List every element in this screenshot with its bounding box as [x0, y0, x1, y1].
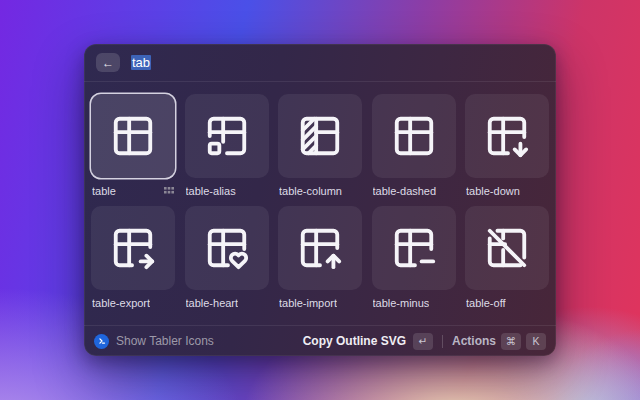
icon-label: table-heart: [186, 297, 239, 309]
search-bar[interactable]: ← tab: [84, 44, 556, 82]
icon-cell[interactable]: [465, 206, 549, 290]
table-export-icon: [110, 225, 156, 271]
icon-result-table-alias[interactable]: table-alias: [185, 94, 269, 198]
footer-bar: Show Tabler Icons Copy Outline SVG ↵ Act…: [84, 325, 556, 356]
icon-result-table-import[interactable]: table-import: [278, 206, 362, 310]
back-button[interactable]: ←: [96, 53, 120, 72]
table-import-icon: [297, 225, 343, 271]
grid-indicator-icon: [164, 187, 174, 194]
icon-result-table[interactable]: table: [91, 94, 175, 198]
primary-action-label: Copy Outline SVG: [303, 334, 406, 348]
app-chip: Show Tabler Icons: [94, 334, 214, 349]
primary-action[interactable]: Copy Outline SVG ↵: [303, 333, 433, 350]
icon-result-table-heart[interactable]: table-heart: [185, 206, 269, 310]
tabler-logo-icon: [94, 334, 109, 349]
icon-cell[interactable]: [278, 94, 362, 178]
icon-result-table-minus[interactable]: table-minus: [372, 206, 456, 310]
icon-result-table-column[interactable]: table-column: [278, 94, 362, 198]
icon-label: table-down: [466, 185, 520, 197]
search-query-text: tab: [131, 55, 151, 70]
icon-cell[interactable]: [372, 94, 456, 178]
table-minus-icon: [391, 225, 437, 271]
icon-result-table-off[interactable]: table-off: [465, 206, 549, 310]
table-down-icon: [484, 113, 530, 159]
icon-label: table-column: [279, 185, 342, 197]
icon-label: table-off: [466, 297, 506, 309]
icon-result-table-dashed[interactable]: table-dashed: [372, 94, 456, 198]
raycast-window: ← tab tabletable-aliastable-columntable-…: [84, 44, 556, 356]
return-key-badge: ↵: [413, 333, 433, 350]
table-off-icon: [484, 225, 530, 271]
icon-cell[interactable]: [278, 206, 362, 290]
actions-menu-button[interactable]: Actions ⌘ K: [452, 333, 546, 350]
icon-label: table: [92, 185, 116, 197]
icon-label: table-minus: [373, 297, 430, 309]
actions-label: Actions: [452, 334, 496, 348]
icon-cell[interactable]: [185, 206, 269, 290]
cmd-key-badge: ⌘: [501, 333, 521, 350]
app-label: Show Tabler Icons: [116, 334, 214, 348]
footer-divider: [442, 335, 443, 348]
icon-cell[interactable]: [372, 206, 456, 290]
table-alias-icon: [204, 113, 250, 159]
table-icon: [110, 113, 156, 159]
k-key-badge: K: [526, 333, 546, 350]
table-column-icon: [297, 113, 343, 159]
icon-label: table-dashed: [373, 185, 437, 197]
table-heart-icon: [204, 225, 250, 271]
icon-label: table-import: [279, 297, 337, 309]
arrow-left-icon: ←: [102, 56, 114, 70]
icon-result-table-export[interactable]: table-export: [91, 206, 175, 310]
icon-label: table-alias: [186, 185, 236, 197]
icon-grid: tabletable-aliastable-columntable-dashed…: [84, 82, 556, 310]
icon-cell[interactable]: [465, 94, 549, 178]
icon-cell[interactable]: [185, 94, 269, 178]
table-dashed-icon: [391, 113, 437, 159]
icon-label: table-export: [92, 297, 150, 309]
icon-cell[interactable]: [91, 206, 175, 290]
search-input[interactable]: tab: [131, 54, 151, 72]
icon-cell[interactable]: [91, 94, 175, 178]
icon-result-table-down[interactable]: table-down: [465, 94, 549, 198]
